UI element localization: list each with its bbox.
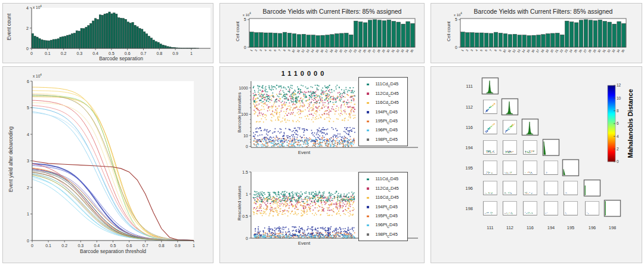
- y-exponent-label: x 104: [243, 12, 251, 17]
- panel-barcode-yields-right: 0512345678910111213141516171819202122232…: [431, 3, 642, 63]
- panel-mahalanobis-grid: 1111121161941951961981111121161941951961…: [431, 66, 642, 263]
- separation-histogram-chart: 00.10.20.30.40.50.60.70.80.91024: [3, 4, 213, 63]
- svg-text:2: 2: [254, 48, 258, 52]
- svg-text:5: 5: [455, 17, 457, 21]
- legend-item: 194PtCD45: [359, 107, 407, 116]
- legend-channel-label: 196PtCD45: [376, 222, 398, 229]
- legend-item: 111CdCD45: [359, 80, 407, 89]
- grid-col-label: 111: [487, 225, 493, 230]
- panel-separation-histogram: 00.10.20.30.40.50.60.70.80.91024 Event c…: [2, 3, 213, 63]
- y-tick-label: 0: [27, 239, 29, 243]
- svg-text:30: 30: [597, 48, 602, 53]
- grid-col-label: 195: [567, 225, 575, 230]
- legend-marker-icon: [367, 187, 369, 190]
- x-tick-label: 0.2: [61, 51, 67, 56]
- svg-text:13: 13: [305, 48, 310, 53]
- svg-text:15: 15: [315, 48, 320, 53]
- y-tick-label: 2: [26, 26, 29, 30]
- legend-marker-icon: [367, 93, 369, 95]
- legend-item: 195PtCD45: [359, 212, 407, 221]
- svg-text:4: 4: [475, 48, 479, 52]
- svg-text:18: 18: [540, 48, 544, 53]
- barcode-separation-axis-label: Barcode separation: [32, 56, 210, 61]
- svg-text:22: 22: [348, 48, 352, 53]
- x-tick-label: 0.4: [92, 51, 98, 56]
- svg-text:12: 12: [512, 48, 516, 53]
- svg-text:6: 6: [484, 48, 488, 52]
- y-exponent-label: x 104: [33, 73, 42, 78]
- svg-text:22: 22: [559, 48, 564, 53]
- svg-text:19: 19: [333, 48, 338, 53]
- x-tick-label: 0.3: [78, 244, 83, 248]
- x-tick-label: 0: [30, 51, 33, 56]
- svg-text:29: 29: [381, 48, 386, 53]
- grid-row-label: 111: [466, 84, 473, 89]
- colorbar-tick-label: 12: [617, 83, 621, 87]
- x-tick-label: 1: [193, 244, 195, 248]
- svg-text:26: 26: [578, 48, 583, 53]
- x-tick-label: 0.9: [175, 244, 181, 248]
- grid-row-label: 194: [465, 145, 473, 150]
- svg-text:31: 31: [391, 48, 395, 53]
- svg-text:12: 12: [301, 48, 305, 53]
- legend-marker-icon: [367, 102, 369, 104]
- legend-item: 196PtCD45: [359, 126, 407, 135]
- x-tick-label: 0.1: [45, 51, 51, 56]
- svg-text:17: 17: [324, 48, 329, 53]
- x-tick-label: 0.6: [126, 244, 132, 248]
- selected-barcode-title: 1110000: [251, 70, 357, 77]
- legend-item: 198PtCD45: [359, 135, 407, 144]
- legend-marker-icon: [367, 130, 369, 132]
- legend-marker-icon: [367, 138, 369, 141]
- colorbar-axis-label: Mahalanobis Distance: [627, 89, 634, 158]
- x-tick-label: 0.1: [45, 244, 51, 248]
- legend-marker-icon: [367, 233, 369, 236]
- svg-text:7: 7: [277, 48, 281, 52]
- svg-text:21: 21: [343, 48, 348, 53]
- y-tick-label: 2: [27, 186, 29, 190]
- legend-item: 195PtCD45: [359, 117, 407, 126]
- svg-text:8: 8: [282, 48, 286, 52]
- svg-text:7: 7: [488, 48, 493, 52]
- svg-text:30: 30: [386, 48, 391, 53]
- svg-text:0.5: 0.5: [242, 214, 248, 218]
- svg-text:23: 23: [352, 48, 357, 53]
- svg-text:1: 1: [249, 48, 253, 52]
- svg-text:34: 34: [405, 48, 410, 53]
- y-tick-label: 6: [27, 79, 29, 84]
- colorbar-tick-label: 8: [617, 109, 619, 113]
- svg-text:19: 19: [544, 48, 549, 53]
- svg-text:1: 1: [246, 192, 248, 196]
- legend-channel-label: 116CdCD45: [376, 195, 399, 201]
- barcode-yields-title: Barcode Yields with Current Filters: 85%…: [249, 8, 415, 15]
- barcode-tick-labels: 1234567891011121314151617181920212223242…: [460, 48, 626, 53]
- mahalanobis-grid-chart: 1111121161941951961981111121161941951961…: [431, 67, 642, 263]
- legend-channel-label: 112CdCD45: [376, 186, 399, 192]
- x-tick-label: 0.5: [110, 244, 116, 248]
- barcode-tick-labels: 1234567891011121314151617181920212223242…: [249, 48, 414, 53]
- legend-item: 116CdCD45: [359, 193, 407, 202]
- x-tick-label: 1: [190, 51, 193, 56]
- svg-text:20: 20: [338, 48, 343, 53]
- svg-text:3: 3: [259, 48, 263, 52]
- svg-text:35: 35: [409, 48, 414, 53]
- x-tick-label: 0.8: [159, 244, 165, 248]
- svg-text:16: 16: [531, 48, 535, 53]
- legend-marker-icon: [367, 206, 369, 208]
- grid-row-label: 195: [465, 165, 473, 171]
- grid-col-label: 196: [589, 225, 596, 230]
- svg-text:0: 0: [246, 236, 248, 241]
- legend-channel-label: 194PtCD45: [376, 204, 398, 211]
- svg-text:27: 27: [371, 48, 376, 53]
- grid-col-label: 194: [547, 225, 555, 230]
- legend-item: 198PtCD45: [359, 230, 407, 239]
- svg-text:10: 10: [291, 48, 296, 53]
- panel-barcode-scatters: 100010010000.511.5 1110000 Barcode inten…: [219, 66, 425, 263]
- svg-text:13: 13: [516, 48, 521, 53]
- x-tick-label: 0.5: [109, 51, 114, 56]
- svg-text:26: 26: [367, 48, 371, 53]
- event-axis-label: Event: [251, 241, 357, 246]
- svg-text:14: 14: [521, 48, 526, 53]
- svg-text:11: 11: [296, 48, 301, 53]
- svg-text:18: 18: [329, 48, 333, 53]
